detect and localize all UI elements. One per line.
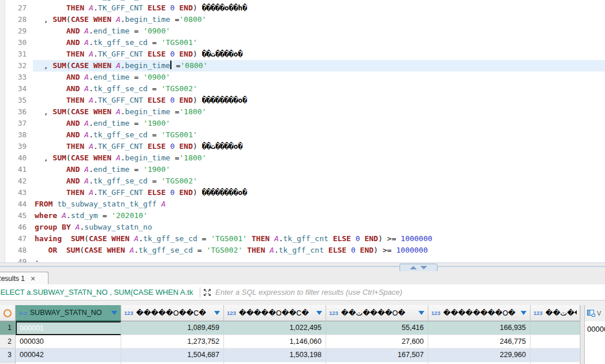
cell-r1-c5[interactable]: 166,935: [428, 321, 531, 335]
cell-partial: [224, 362, 326, 364]
code-token: [35, 177, 66, 185]
column-filter-arrow-icon[interactable]: [214, 311, 220, 315]
code-line-37[interactable]: 37 AND A.end_time = '1900': [0, 118, 605, 129]
cell-r2-c3[interactable]: 1,146,060: [224, 335, 326, 349]
code-line-29[interactable]: 29 AND A.end_time = '0900': [0, 25, 605, 37]
code-token: FROM: [35, 200, 53, 208]
expand-filter-icon[interactable]: [203, 288, 211, 297]
code-line-40[interactable]: 40 , SUM(CASE WHEN A.begin_time ='1800': [0, 152, 605, 164]
numeric-type-icon: 123: [227, 310, 236, 316]
grid-header-row: A-zSUBWAY_STATN_NO123�����O��Ϲ�123�����O…: [0, 305, 580, 321]
cell-r2-c5[interactable]: 246,775: [428, 335, 531, 349]
code-token: CASE: [84, 246, 102, 254]
filter-input[interactable]: Enter a SQL expression to filter results…: [215, 288, 605, 297]
column-header-1[interactable]: A-zSUBWAY_STATN_NO: [16, 305, 121, 321]
row-header-2[interactable]: 2: [0, 335, 16, 349]
code-line-46[interactable]: 46group BY A.subway_statn_no: [0, 222, 605, 233]
code-line-44[interactable]: 44FROM tb_subway_statn_tk_gff A: [0, 198, 605, 210]
code-line-31[interactable]: 31 THEN A.TK_GFF_CNT ELSE 0 END) ��ت����…: [0, 48, 605, 60]
code-token: [80, 27, 84, 35]
code-token: [107, 234, 111, 243]
code-line-33[interactable]: 33 AND A.end_time = '0900': [0, 72, 605, 83]
cell-r2-c6[interactable]: [531, 335, 580, 349]
cell-r2-c2[interactable]: 1,273,752: [121, 335, 224, 349]
code-token: =: [170, 107, 180, 116]
code-line-35[interactable]: 35 THEN A.TK_GFF_CNT ELSE 0 END) �������…: [0, 95, 605, 106]
cell-r1-c2[interactable]: 1,089,459: [121, 321, 224, 335]
code-token: tk_gff_cnt: [283, 234, 328, 243]
code-line-41[interactable]: 41 AND A.end_time = '1900': [0, 164, 605, 175]
cell-r2-c4[interactable]: 27,600: [326, 335, 428, 349]
table-row-1: 10000011,089,4591,022,49555,416166,935: [0, 321, 580, 335]
splitter-line: [0, 266, 605, 268]
code-line-42[interactable]: 42 AND A.tk_gff_se_cd = 'TGS002': [0, 175, 605, 187]
column-header-3[interactable]: 123�����O��Ϲ�: [224, 305, 326, 321]
code-line-32[interactable]: 32 , SUM(CASE WHEN A.begin_time ='0800': [0, 60, 605, 72]
column-label: ��ت����O�: [341, 309, 405, 317]
code-line-27[interactable]: 27 THEN A.TK_GFF_CNT ELSE 0 END) �����o�…: [0, 2, 605, 14]
column-filter-arrow-icon[interactable]: [419, 311, 424, 315]
column-header-5[interactable]: 123��������O�: [428, 305, 531, 321]
code-line-45[interactable]: 45where A.std_ym = '202010': [0, 210, 605, 222]
line-number: 47: [0, 233, 35, 245]
code-line-49[interactable]: 49;: [0, 256, 605, 262]
close-icon[interactable]: ×: [31, 275, 35, 283]
code-token: CASE: [71, 107, 89, 116]
code-line-34[interactable]: 34 AND A.tk_gff_se_cd = 'TGS002': [0, 83, 605, 95]
tab-results-1[interactable]: Results 1 ×: [0, 272, 48, 284]
code-line-30[interactable]: 30 AND A.tk_gff_se_cd = 'TGS001': [0, 37, 605, 48]
results-tab-bar: Results 1 ×: [0, 271, 605, 285]
code-token: END: [180, 188, 193, 197]
cell-r3-c2[interactable]: 1,504,687: [121, 348, 224, 362]
code-token: =: [148, 177, 161, 185]
value-viewer-panel[interactable]: V 000001: [584, 305, 605, 364]
code-token: (: [66, 153, 71, 162]
tab-label: Results 1: [0, 275, 25, 283]
code-token: [62, 234, 71, 243]
column-filter-arrow-icon[interactable]: [521, 311, 526, 315]
code-line-28[interactable]: 28 , SUM(CASE WHEN A.begin_time ='0800': [0, 14, 605, 25]
code-token: THEN: [66, 3, 84, 12]
column-filter-arrow-icon[interactable]: [316, 311, 322, 315]
line-number: 49: [0, 256, 35, 262]
code-line-48[interactable]: 48 OR SUM(CASE WHEN A.tk_gff_se_cd = 'TG…: [0, 245, 605, 256]
cell-r1-c6[interactable]: [531, 321, 580, 335]
column-filter-arrow-icon[interactable]: [111, 311, 117, 315]
code-line-38[interactable]: 38 AND A.tk_gff_se_cd = 'TGS001': [0, 129, 605, 141]
grid-corner-header[interactable]: [0, 305, 16, 321]
code-token: begin_time: [125, 107, 170, 116]
cell-r2-c1[interactable]: 000030: [16, 335, 121, 349]
row-header-1[interactable]: 1: [0, 321, 16, 335]
code-line-36[interactable]: 36 , SUM(CASE WHEN A.begin_time ='1800': [0, 106, 605, 118]
grid-body: 10000011,089,4591,022,49555,416166,93520…: [0, 321, 580, 364]
code-token: ,: [35, 61, 53, 70]
column-header-6[interactable]: 123��ت����: [531, 305, 580, 321]
row-header-3[interactable]: 3: [0, 348, 16, 362]
collapse-down-icon[interactable]: [420, 266, 427, 269]
code-token: =: [148, 0, 161, 1]
column-header-2[interactable]: 123�����O��Ϲ�: [121, 305, 224, 321]
cell-r3-c5[interactable]: 229,960: [428, 348, 531, 362]
cell-r1-c3[interactable]: 1,022,495: [224, 321, 326, 335]
cell-r3-c4[interactable]: 167,507: [326, 348, 428, 362]
code-token: .: [89, 177, 94, 185]
splitter-collapse-handle[interactable]: [399, 264, 438, 272]
cell-r1-c4[interactable]: 55,416: [326, 321, 428, 335]
code-token: A: [89, 188, 94, 197]
code-token: end_time: [94, 119, 130, 127]
editor-results-splitter[interactable]: [0, 262, 605, 272]
cell-r1-c1[interactable]: 000001: [16, 321, 121, 335]
code-token: [35, 50, 66, 58]
code-line-47[interactable]: 47having SUM(CASE WHEN A.tk_gff_se_cd = …: [0, 233, 605, 245]
panel-layout-icon[interactable]: [587, 310, 595, 317]
column-header-4[interactable]: 123��ت����O�: [326, 305, 428, 321]
code-token: [80, 73, 84, 81]
cell-r3-c1[interactable]: 000042: [16, 348, 121, 362]
cell-r3-c6[interactable]: [531, 348, 580, 362]
code-line-39[interactable]: 39 THEN A.TK_GFF_CNT ELSE 0 END) ��ت����…: [0, 141, 605, 152]
collapse-up-icon[interactable]: [410, 266, 417, 269]
cell-r3-c3[interactable]: 1,503,198: [224, 348, 326, 362]
cell-value-text[interactable]: 000001: [585, 321, 605, 333]
sql-editor[interactable]: 26 AND A.tk_gff_se_cd = 'TGS002'27 THEN …: [0, 0, 605, 262]
code-line-43[interactable]: 43 THEN A.TK_GFF_CNT ELSE 0 END) �������…: [0, 187, 605, 198]
